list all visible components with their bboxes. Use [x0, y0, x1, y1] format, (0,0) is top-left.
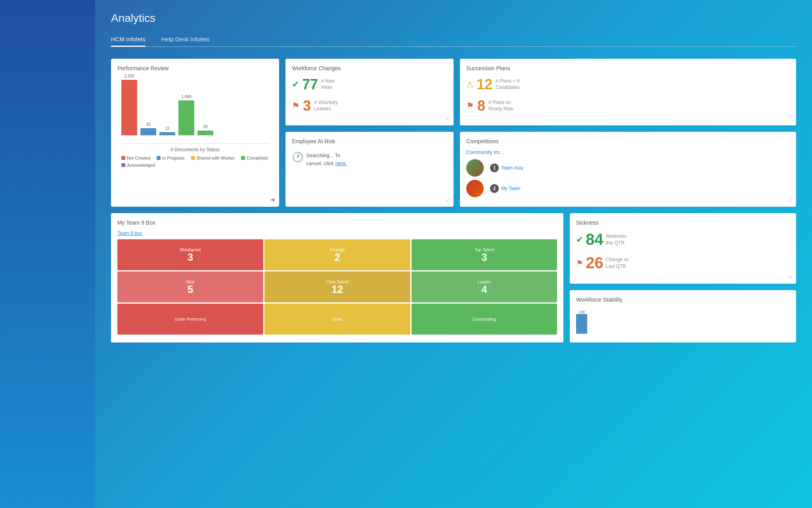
sickness-card: Sickness ✔ 84 Absencesthis QTR ⚑ 26 Chan…: [570, 213, 796, 284]
succession-plans-title: Succession Plans: [466, 65, 790, 71]
flag-icon-plans: ⚑: [466, 101, 474, 111]
cell-top-talent-number: 3: [481, 252, 487, 262]
cell-leader[interactable]: Leader 4: [412, 271, 557, 302]
cell-change-number: 2: [334, 252, 340, 262]
plans-less-6-label: # Plans < 6Candidates: [496, 78, 520, 90]
bar-chart: 2,150 33 12 1,069: [121, 80, 269, 144]
bar-1069: 1,069: [178, 94, 194, 135]
legend-dot-yellow: [191, 156, 195, 160]
performance-chart-container: 2,150 33 12 1,069: [117, 76, 273, 167]
leavers-number: 3: [303, 98, 311, 114]
bar-green-1069: [178, 100, 194, 135]
bar-green-20: [197, 131, 213, 135]
tab-hcm-infolets[interactable]: HCM Infolets: [111, 33, 146, 47]
new-hires-number: 77: [302, 76, 318, 93]
tab-helpdesk-infolets[interactable]: Help Desk Infolets: [161, 33, 210, 46]
chart-legend: Not Created In Progress Shared with Work…: [121, 156, 269, 167]
change-metric: ⚑ 26 Change vsLast QTR: [576, 254, 790, 272]
workforce-stability-card: Workforce Stability 139: [570, 290, 796, 343]
cell-outstanding[interactable]: Outstanding: [412, 304, 557, 335]
change-number: 26: [586, 254, 603, 272]
arrow-icon-perf[interactable]: ➜: [270, 196, 275, 203]
bar-red: [121, 80, 137, 135]
cell-under-performing-label: Under Performing: [174, 317, 206, 321]
stability-bar-blue: [576, 314, 587, 334]
legend-dot-red: [121, 156, 125, 160]
legend-label-acknowledged: Acknowledged: [127, 163, 155, 167]
expand-icon-succession[interactable]: ⤢: [788, 116, 792, 121]
workforce-changes-card: Workforce Changes ✔ 77 # NewHires ⚑ 3 # …: [285, 59, 454, 125]
flag-icon-sickness: ⚑: [576, 258, 583, 268]
absences-metric: ✔ 84 Absencesthis QTR: [576, 231, 790, 248]
right-column: Sickness ✔ 84 Absencesthis QTR ⚑ 26 Chan…: [570, 213, 796, 343]
cell-under-performing[interactable]: Under Performing: [117, 304, 263, 335]
employee-at-risk-title: Employee At Risk: [292, 138, 447, 144]
clock-icon: 🕐: [292, 152, 304, 163]
check-icon: ✔: [292, 79, 299, 90]
competition-team-asia: 1 Team Asia: [466, 159, 790, 177]
sidebar: [0, 0, 95, 508]
legend-completed: Completed: [241, 156, 268, 160]
cell-core-talent-number: 12: [331, 284, 343, 294]
bar-33: 33: [140, 122, 156, 135]
legend-acknowledged: Acknowledged: [121, 163, 155, 167]
my-team-9-box-card: My Team 9 Box Team 9 box Misaligned 3 Ch…: [111, 213, 563, 343]
legend-dot-purple: [121, 163, 125, 167]
searching-container: 🕐 Searching... Tocancel, click here.: [292, 149, 447, 169]
cell-misaligned[interactable]: Misaligned 3: [117, 239, 263, 270]
here-link[interactable]: here.: [335, 160, 347, 166]
expand-icon-comp[interactable]: ⤢: [788, 197, 792, 203]
cell-solid-label: Solid: [332, 317, 342, 321]
flag-icon-leavers: ⚑: [292, 101, 300, 111]
tabs-bar: HCM Infolets Help Desk Infolets: [111, 33, 796, 47]
workforce-stability-title: Workforce Stability: [576, 296, 790, 303]
change-label: Change vsLast QTR: [606, 256, 628, 270]
bar-12: 12: [159, 126, 175, 135]
cell-leader-number: 4: [481, 284, 487, 294]
legend-label-shared: Shared with Worker: [197, 156, 235, 160]
performance-review-card: Performance Review 2,150 33 12: [111, 59, 279, 207]
new-hires-row: ✔ 77 # NewHires: [292, 76, 447, 93]
team-9-box-link[interactable]: Team 9 box: [117, 231, 557, 236]
my-team-name: My Team: [501, 186, 520, 191]
my-team-9-box-title: My Team 9 Box: [117, 219, 557, 226]
expand-icon[interactable]: ⤢: [446, 116, 450, 121]
bar-blue-12: [159, 132, 175, 135]
new-hires-label: # NewHires: [321, 78, 335, 90]
legend-label-not-created: Not Created: [127, 156, 150, 160]
expand-icon-sickness[interactable]: ⤢: [788, 274, 792, 280]
bar-label-20: 20: [203, 125, 207, 129]
plans-no-ready-label: # Plans noReady Now: [488, 100, 513, 112]
stability-bar-1: 139: [576, 310, 587, 334]
stability-bar-label-139: 139: [579, 310, 585, 314]
cell-top-talent[interactable]: Top Talent 3: [412, 239, 557, 270]
plans-no-ready-number: 8: [477, 98, 485, 114]
bar-label-33: 33: [146, 122, 150, 127]
bottom-cards-grid: My Team 9 Box Team 9 box Misaligned 3 Ch…: [111, 213, 796, 343]
legend-label-in-progress: In Progress: [162, 156, 184, 160]
competitions-title: Competitions: [466, 138, 790, 144]
bar-20: 20: [197, 125, 213, 135]
cell-misaligned-number: 3: [188, 252, 193, 262]
bar-label-12: 12: [165, 126, 169, 131]
cell-solid[interactable]: Solid: [264, 304, 410, 335]
expand-icon-risk[interactable]: ⤢: [446, 197, 450, 203]
legend-dot-blue: [157, 156, 161, 160]
chart-title: # Documents by Status: [121, 147, 269, 152]
sickness-title: Sickness: [576, 219, 790, 226]
legend-dot-green: [241, 156, 245, 160]
cell-core-talent[interactable]: Core Talent 12: [264, 271, 410, 302]
cell-change[interactable]: Change 2: [264, 239, 410, 270]
voluntary-leavers-row: ⚑ 3 # VoluntaryLeavers: [292, 98, 447, 114]
absences-number: 84: [586, 231, 603, 248]
cell-new[interactable]: New 5: [117, 271, 263, 302]
legend-shared: Shared with Worker: [191, 156, 235, 160]
workforce-changes-title: Workforce Changes: [292, 65, 447, 71]
searching-text: Searching... Tocancel, click here.: [306, 152, 347, 167]
stability-bar-container: 139: [576, 308, 790, 336]
legend-label-completed: Completed: [247, 156, 268, 160]
team-asia-name: Team Asia: [501, 165, 523, 171]
warn-icon: ⚠: [466, 80, 473, 89]
competition-link[interactable]: Community Im...: [466, 149, 790, 155]
bar-label-2150: 2,150: [124, 74, 134, 78]
